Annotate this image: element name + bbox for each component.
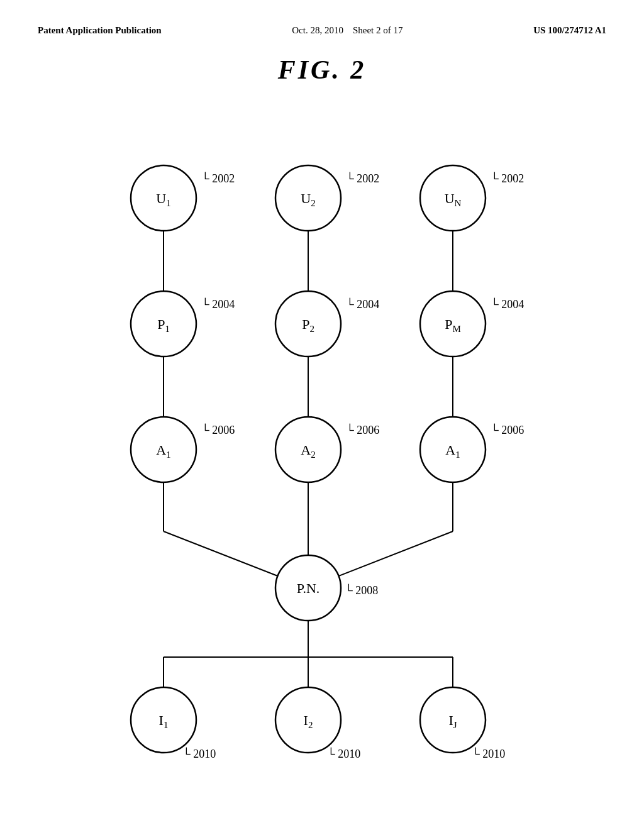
node-pn-label: P.N. (297, 580, 320, 596)
header-right: US 100/274712 A1 (533, 25, 606, 36)
ref-ij: └ 2010 (472, 747, 505, 760)
header-left: Patent Application Publication (38, 25, 162, 36)
ref-u2: └ 2002 (346, 172, 379, 185)
ref-pm: └ 2004 (491, 297, 524, 311)
diagram: U1 └ 2002 U2 └ 2002 UN └ 2002 P1 └ 2004 … (0, 91, 644, 808)
ref-p2: └ 2004 (346, 297, 379, 311)
ref-un: └ 2002 (491, 172, 524, 185)
header-center: Oct. 28, 2010 Sheet 2 of 17 (292, 25, 402, 36)
ref-pn: └ 2008 (345, 584, 378, 597)
ref-a1b: └ 2006 (491, 423, 524, 436)
page-header: Patent Application Publication Oct. 28, … (0, 0, 644, 36)
ref-i2: └ 2010 (327, 747, 360, 760)
ref-u1: └ 2002 (201, 172, 235, 185)
ref-a1: └ 2006 (201, 423, 235, 436)
diagram-svg: U1 └ 2002 U2 └ 2002 UN └ 2002 P1 └ 2004 … (0, 91, 644, 808)
ref-a2: └ 2006 (346, 423, 379, 436)
ref-i1: └ 2010 (182, 747, 216, 760)
ref-p1: └ 2004 (201, 297, 235, 311)
figure-title: FIG. 2 (0, 55, 644, 85)
